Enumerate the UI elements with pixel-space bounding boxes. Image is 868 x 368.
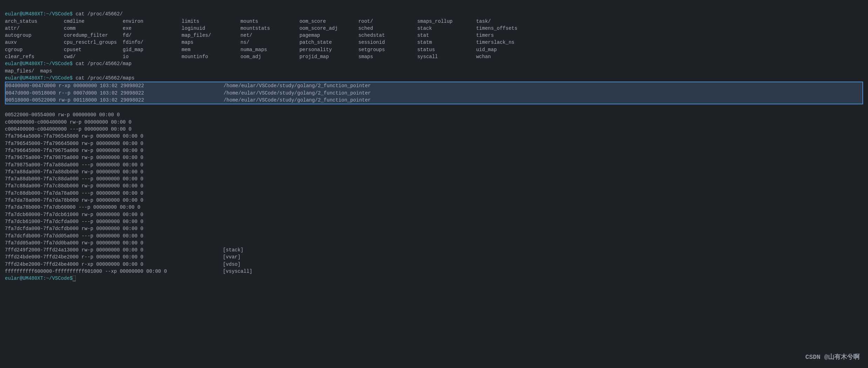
terminal: eular@UM480XT:~/VSCode$ cat /proc/45662/… [5,4,863,282]
maps-line-19: 7fa7dd05a000-7fa7dd0ba000 rw-p 00000000 … [5,240,143,246]
prompt-3: eular@UM480XT:~/VSCode$ [5,75,73,81]
cmd-2: cat /proc/45662/map [73,61,131,67]
maps-line-15: 7fa7dcb60000-7fa7dcb61000 rw-p 00000000 … [5,212,143,217]
prompt-4: eular@UM480XT:~/VSCode$ [5,276,73,281]
maps-line-16: 7fa7dcb61000-7fa7dcfda000 ---p 00000000 … [5,219,143,224]
cursor: █ [73,276,75,281]
maps-line-18: 7fa7dcfdb000-7fa7dd05a000 ---p 00000000 … [5,233,143,239]
maps-line-13: 7fa7da78a000-7fa7da78b000 rw-p 00000000 … [5,197,143,203]
output-row2: attr/ comm exe loginuid mountstats oom_s… [5,26,517,31]
maps-line-9: 7fa7a88da000-7fa7a88db000 rw-p 00000000 … [5,169,143,175]
output-row5: cgroup cpuset gid_map mem numa_maps pers… [5,47,497,53]
output-row4: auxv cpu_resctrl_groups fdinfo/ maps ns/… [5,40,514,45]
cmd-3: cat /proc/45662/maps [73,75,134,81]
maps-line-6: 7fa796645000-7fa79675a000 rw-p 00000000 … [5,148,143,153]
maps-line-10: 7fa7a88db000-7fa7c88da000 ---p 00000000 … [5,176,143,182]
maps-line-3: c000400000-c004000000 ---p 00000000 00:0… [5,126,131,132]
maps-line-12: 7fa7c88db000-7fa7da78a000 ---p 00000000 … [5,190,143,196]
maps-line-11: 7fa7c88da000-7fa7c88db000 rw-p 00000000 … [5,183,143,189]
maps-line-14: 7fa7da78b000-7fa7db60000 ---p 00000000 0… [5,204,140,210]
maps-line-vvar: 7ffd24bde000-7ffd24be2000 r--p 00000000 … [5,254,240,260]
maps-line-17: 7fa7dcfda000-7fa7dcfdb000 rw-p 00000000 … [5,226,143,231]
maps-line-5: 7fa796545000-7fa796645000 rw-p 00000000 … [5,141,143,146]
maps-line-7: 7fa79675a000-7fa79875a000 rw-p 00000000 … [5,155,143,160]
maps-line-8: 7fa79875a000-7fa7a88da000 ---p 00000000 … [5,162,143,168]
highlighted-line-2: 0047d000-00518000 r--p 0007d000 103:02 2… [6,90,862,97]
maps-line-stack: 7ffd249f2000-7ffd24a13000 rw-p 00000000 … [5,247,244,253]
maps-line-vsyscall: ffffffffff600000-ffffffffff601000 --xp 0… [5,269,252,274]
maps-line-4: 7fa7964a5000-7fa796545000 rw-p 00000000 … [5,133,143,139]
maps-line-vdso: 7ffd24be2000-7ffd24be4000 r-xp 00000000 … [5,262,240,267]
prompt-2: eular@UM480XT:~/VSCode$ [5,61,73,67]
cmd-1: cat /proc/45662/ [73,11,123,17]
prompt-1: eular@UM480XT:~/VSCode$ [5,11,73,17]
output-row3: autogroup coredump_filter fd/ map_files/… [5,33,494,38]
maps-line-1: 00522000-00554000 rw-p 00000000 00:00 0 [5,112,120,118]
highlighted-line-3: 00518000-00522000 rw-p 00118000 103:02 2… [6,97,862,104]
output-row6: clear_refs cwd/ io mountinfo oom_adj pro… [5,54,491,60]
output-row1: arch_status cmdline environ limits mount… [5,19,491,24]
highlighted-block: 00400000-0047d000 r-xp 00000000 103:02 2… [5,82,863,104]
maps-line-2: c000000000-c000400000 rw-p 00000000 00:0… [5,119,131,125]
highlighted-line-1: 00400000-0047d000 r-xp 00000000 103:02 2… [6,82,862,89]
output-map: map_files/ maps [5,68,52,74]
watermark: CSDN @山有木兮啊 [805,353,860,362]
